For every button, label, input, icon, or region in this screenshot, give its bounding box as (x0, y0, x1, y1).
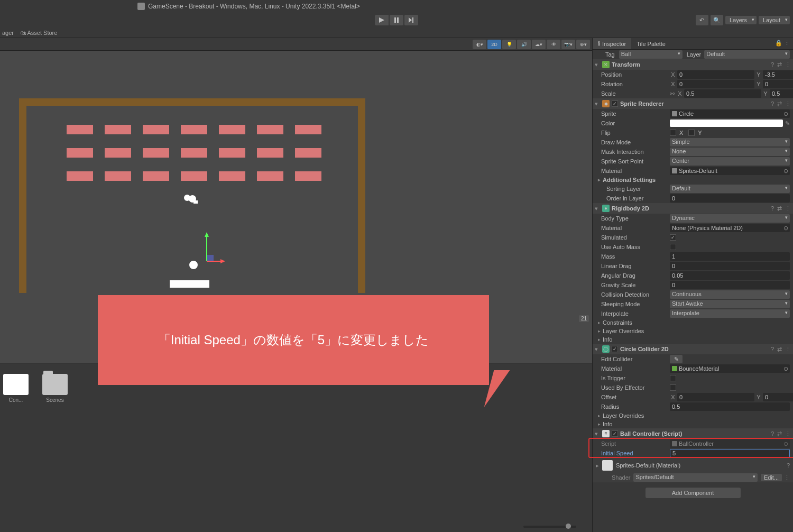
order-in-layer[interactable] (670, 194, 790, 203)
undo-history-icon[interactable]: ↶ (696, 15, 708, 25)
project-item[interactable]: Scenes (39, 374, 71, 403)
mass-input[interactable] (670, 252, 790, 261)
enabled-checkbox[interactable]: ✓ (612, 346, 618, 352)
preset-icon[interactable]: ⇄ (777, 61, 782, 68)
radius-input[interactable] (670, 402, 790, 411)
step-button[interactable] (404, 15, 418, 25)
transform-header[interactable]: ▾ ⤧ Transform ?⇄⋮ (593, 59, 793, 70)
fold-icon[interactable]: ▾ (595, 346, 600, 353)
layer-overrides-foldout[interactable]: Layer Overrides (593, 327, 793, 335)
menu-icon[interactable]: ⋮ (785, 100, 791, 107)
sorting-layer-dropdown[interactable]: Default (670, 185, 790, 193)
additional-settings-foldout[interactable]: Additional Settings (593, 176, 793, 184)
flip-x[interactable] (670, 130, 676, 136)
menu-icon[interactable]: ⋮ (785, 346, 791, 353)
circle-collider-header[interactable]: ▾ ◯ ✓ Circle Collider 2D ?⇄⋮ (593, 344, 793, 354)
eyedropper-icon[interactable]: ✎ (785, 120, 790, 127)
menu-icon[interactable]: ⋮ (785, 205, 791, 212)
sprite-renderer-header[interactable]: ▾ ◆ ✓ Sprite Renderer ?⇄⋮ (593, 98, 793, 109)
lock-icon[interactable]: 🔒 ⋮ (772, 38, 793, 49)
help-icon[interactable]: ? (787, 462, 790, 469)
pos-x[interactable] (677, 70, 754, 79)
fold-icon[interactable]: ▾ (595, 430, 600, 437)
tab-asset-store[interactable]: 🛍 Asset Store (20, 30, 57, 36)
offset-y[interactable] (763, 393, 793, 401)
auto-mass-checkbox[interactable] (670, 244, 676, 250)
draw-mode-icon[interactable]: ◐▾ (473, 40, 486, 49)
interpolate-dropdown[interactable]: Interpolate (670, 309, 790, 318)
enabled-checkbox[interactable]: ✓ (612, 100, 618, 107)
rigidbody-header[interactable]: ▾ ● Rigidbody 2D ?⇄⋮ (593, 203, 793, 214)
ball-object[interactable] (189, 261, 198, 269)
tag-dropdown[interactable]: Ball (619, 50, 683, 59)
audio-icon[interactable]: 🔊 (517, 40, 531, 49)
angular-drag-input[interactable] (670, 271, 790, 280)
info-foldout[interactable]: Info (593, 335, 793, 344)
simulated-checkbox[interactable]: ✓ (670, 234, 676, 241)
body-type-dropdown[interactable]: Dynamic (670, 214, 790, 223)
project-item[interactable]: Con... (0, 374, 32, 403)
linear-drag-input[interactable] (670, 262, 790, 270)
preset-icon[interactable]: ⇄ (777, 430, 782, 437)
pos-y[interactable] (763, 70, 793, 79)
offset-x[interactable] (677, 393, 754, 401)
fx-icon[interactable]: ☁▾ (532, 40, 546, 49)
preset-icon[interactable]: ⇄ (777, 100, 782, 107)
constraints-foldout[interactable]: Constraints (593, 318, 793, 327)
preset-icon[interactable]: ⇄ (777, 346, 782, 353)
layers-dropdown[interactable]: Layers (725, 16, 757, 24)
rot-y[interactable] (763, 80, 793, 88)
help-icon[interactable]: ? (771, 205, 774, 212)
initial-speed-input[interactable] (670, 449, 790, 457)
add-component-button[interactable]: Add Component (646, 488, 741, 498)
edit-button[interactable]: Edit... (761, 474, 782, 481)
fold-icon[interactable]: ▾ (595, 205, 600, 212)
pause-button[interactable] (390, 15, 403, 25)
sort-point-dropdown[interactable]: Center (670, 157, 790, 166)
edit-collider-button[interactable]: ✎ (670, 355, 683, 363)
preset-icon[interactable]: ⇄ (777, 205, 782, 212)
tab-inspector[interactable]: ℹ Inspector (593, 38, 631, 49)
cc-material-field[interactable]: BounceMaterial (670, 364, 790, 373)
effector-checkbox[interactable] (670, 384, 676, 391)
help-icon[interactable]: ? (771, 346, 774, 353)
menu-icon[interactable]: ⋮ (785, 430, 791, 437)
menu-icon[interactable]: ⋮ (784, 474, 790, 481)
help-icon[interactable]: ? (771, 61, 774, 68)
zoom-slider[interactable] (523, 526, 576, 528)
scale-x[interactable] (684, 89, 761, 98)
cc-info-foldout[interactable]: Info (593, 420, 793, 428)
shader-dropdown[interactable]: Sprites/Default (633, 473, 757, 482)
paddle-object[interactable] (170, 280, 209, 288)
fold-icon[interactable]: ▾ (595, 100, 600, 107)
enabled-checkbox[interactable]: ✓ (612, 430, 618, 437)
help-icon[interactable]: ? (771, 430, 774, 437)
cc-layer-overrides-foldout[interactable]: Layer Overrides (593, 411, 793, 420)
rot-x[interactable] (677, 80, 754, 88)
layout-dropdown[interactable]: Layout (759, 16, 790, 24)
mask-dropdown[interactable]: None (670, 148, 790, 156)
sprite-field[interactable]: Circle (670, 109, 790, 118)
material-section[interactable]: ▸ Sprites-Default (Material) ? (593, 458, 793, 473)
gizmos-icon[interactable]: ⊕▾ (576, 40, 590, 49)
collision-dropdown[interactable]: Continuous (670, 290, 790, 299)
draw-mode-dropdown[interactable]: Simple (670, 138, 790, 146)
sleeping-dropdown[interactable]: Start Awake (670, 300, 790, 308)
fold-icon[interactable]: ▾ (595, 61, 600, 68)
search-icon[interactable]: 🔍 (711, 15, 723, 25)
camera-icon-btn[interactable]: 📷▾ (561, 40, 575, 49)
help-icon[interactable]: ? (771, 100, 774, 107)
tab-tile-palette[interactable]: Tile Palette (631, 38, 671, 49)
hidden-icon[interactable]: 👁 (547, 40, 560, 49)
play-button[interactable] (375, 15, 389, 25)
color-field[interactable] (670, 120, 783, 127)
lighting-icon[interactable]: 💡 (502, 40, 516, 49)
rb-material-field[interactable]: None (Physics Material 2D) (670, 224, 790, 232)
menu-icon[interactable]: ⋮ (785, 61, 791, 68)
tab-manager[interactable]: ager (2, 30, 14, 36)
fold-icon[interactable]: ▸ (596, 462, 599, 469)
gravity-input[interactable] (670, 281, 790, 289)
scale-y[interactable] (770, 89, 793, 98)
link-icon[interactable]: ⚯ (670, 90, 675, 97)
flip-y[interactable] (688, 130, 695, 136)
